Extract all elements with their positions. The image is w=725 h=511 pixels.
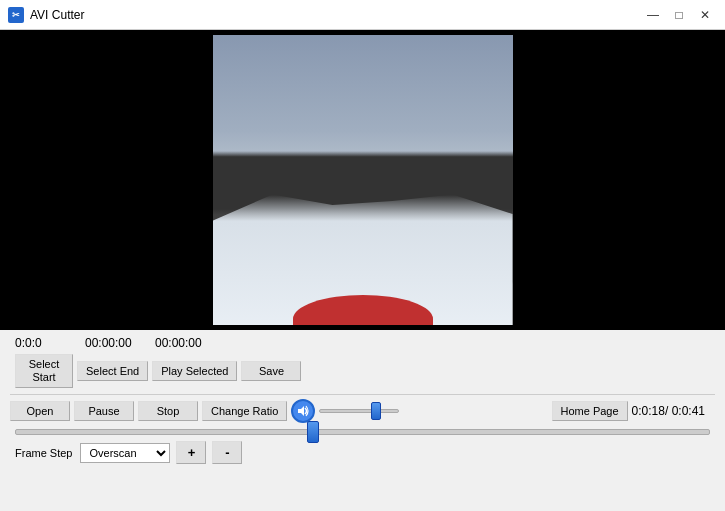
change-ratio-button[interactable]: Change Ratio bbox=[202, 401, 287, 421]
separator bbox=[10, 394, 715, 395]
progress-row bbox=[10, 429, 715, 435]
close-button[interactable]: ✕ bbox=[693, 5, 717, 25]
title-bar: ✂ AVI Cutter — □ ✕ bbox=[0, 0, 725, 30]
video-frame-inner bbox=[213, 35, 513, 325]
select-end-button[interactable]: Select End bbox=[77, 361, 148, 381]
window-controls: — □ ✕ bbox=[641, 5, 717, 25]
play-selected-button[interactable]: Play Selected bbox=[152, 361, 237, 381]
speaker-svg bbox=[296, 404, 310, 418]
svg-marker-0 bbox=[298, 406, 304, 416]
btn-row-1: Select Start Select End Play Selected Sa… bbox=[10, 354, 715, 388]
stop-button[interactable]: Stop bbox=[138, 401, 198, 421]
volume-slider-area bbox=[291, 399, 547, 423]
minus-button[interactable]: - bbox=[212, 441, 242, 464]
select-start-button[interactable]: Select Start bbox=[15, 354, 73, 388]
progress-thumb[interactable] bbox=[307, 421, 319, 443]
volume-track[interactable] bbox=[319, 409, 399, 413]
pause-button[interactable]: Pause bbox=[74, 401, 134, 421]
plus-button[interactable]: + bbox=[176, 441, 206, 464]
maximize-button[interactable]: □ bbox=[667, 5, 691, 25]
time-current: 0:0:0 bbox=[15, 336, 75, 350]
save-button[interactable]: Save bbox=[241, 361, 301, 381]
controls-area: 0:0:0 00:00:00 00:00:00 Select Start Sel… bbox=[0, 330, 725, 470]
time-end: 00:00:00 bbox=[155, 336, 215, 350]
frame-step-label: Frame Step bbox=[15, 447, 72, 459]
app-icon: ✂ bbox=[8, 7, 24, 23]
minimize-button[interactable]: — bbox=[641, 5, 665, 25]
video-area bbox=[0, 30, 725, 330]
open-button[interactable]: Open bbox=[10, 401, 70, 421]
time-counter: 0:0:18/ 0:0:41 bbox=[632, 404, 715, 418]
progress-track[interactable] bbox=[15, 429, 710, 435]
overscan-dropdown[interactable]: Overscan Fit Stretch 1:1 bbox=[80, 443, 170, 463]
app-title: AVI Cutter bbox=[30, 8, 84, 22]
btn-row-3: Frame Step Overscan Fit Stretch 1:1 + - bbox=[10, 441, 715, 464]
video-frame bbox=[213, 35, 513, 325]
btn-row-2: Open Pause Stop Change Ratio Home Page 0… bbox=[10, 399, 715, 423]
time-start: 00:00:00 bbox=[85, 336, 145, 350]
home-page-button[interactable]: Home Page bbox=[552, 401, 628, 421]
volume-thumb[interactable] bbox=[371, 402, 381, 420]
speaker-icon bbox=[291, 399, 315, 423]
title-bar-left: ✂ AVI Cutter bbox=[8, 7, 84, 23]
time-row: 0:0:0 00:00:00 00:00:00 bbox=[10, 336, 715, 350]
